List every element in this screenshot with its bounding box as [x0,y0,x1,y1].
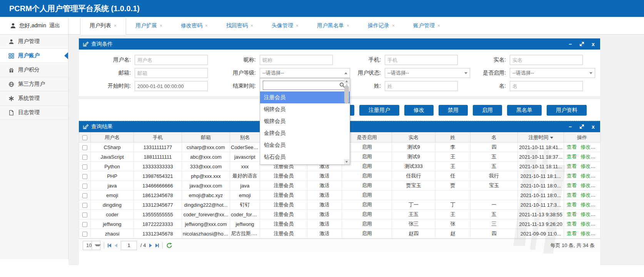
row-checkbox[interactable] [82,155,87,160]
view-link[interactable]: 查看 [567,173,577,179]
dropdown-option[interactable]: 银牌会员 [260,115,350,127]
sidebar-item-user-points[interactable]: 用户积分 [0,63,68,77]
table-row[interactable]: PHP13987654321php@xxx.xxx最好的语言注册会员激活启用任我… [79,171,601,181]
minimize-icon[interactable]: − [567,41,573,47]
tab-close-icon[interactable]: × [437,23,440,28]
prev-page-button[interactable] [115,244,117,247]
table-row[interactable]: jeffwong18722223333jeffwong@xxx.comjeffw… [79,219,601,229]
change-password-link[interactable]: 修改密码 [581,192,601,198]
dropdown-option[interactable]: 铜牌会员 [260,103,350,115]
dropdown-option[interactable]: 金牌会员 [260,127,350,139]
page-number-input[interactable] [121,241,137,250]
row-checkbox[interactable] [82,222,87,227]
column-header[interactable]: 别名 [230,133,260,143]
row-checkbox[interactable] [82,145,87,150]
view-link[interactable]: 查看 [567,221,577,227]
column-header[interactable]: 名 [470,133,518,143]
column-header[interactable]: 姓 [435,133,470,143]
table-row[interactable]: coder13555555555coder_forever@xx...coder… [79,210,601,219]
realname-input[interactable] [510,55,583,65]
tab-close-icon[interactable]: × [250,23,253,28]
dropdown-option[interactable]: 注册会员 [260,91,350,103]
tab-close-icon[interactable]: × [160,23,162,28]
scroll-down-icon[interactable] [344,159,349,164]
tab-close-icon[interactable]: × [296,23,299,28]
dropdown-search-input[interactable] [263,81,347,90]
view-link[interactable]: 查看 [567,163,577,169]
change-password-link[interactable]: 修改密码 [581,182,601,188]
row-checkbox[interactable] [82,212,87,217]
tab-close-icon[interactable]: × [205,23,208,28]
email-input[interactable] [135,68,208,78]
expand-icon[interactable] [579,124,585,130]
last-page-button[interactable] [155,244,159,247]
toolbar-button-7[interactable]: 用户资料 [547,105,587,116]
enabled-combo[interactable]: --请选择-- [510,68,595,78]
view-link[interactable]: 查看 [567,144,577,150]
toolbar-button-3[interactable]: 修改 [404,105,434,116]
tab-8[interactable]: 账户管理× [404,17,449,34]
refresh-icon[interactable] [166,242,172,249]
page-size-select[interactable]: 10 [83,241,100,250]
tab-3[interactable]: 修改密码× [172,17,217,34]
tab-close-icon[interactable]: × [392,23,395,28]
toolbar-button-2[interactable]: 注册用户 [359,105,399,116]
logout-link[interactable]: 退出 [49,22,60,29]
view-link[interactable]: 查看 [567,202,577,207]
sidebar-item-log-management[interactable]: 日志管理 [0,106,68,120]
expand-icon[interactable] [579,41,585,47]
scrollbar-thumb[interactable] [344,85,349,104]
table-row[interactable]: zhaosi13312345678nicolaszhaosi@hot...尼古拉… [79,229,601,239]
column-header[interactable]: 邮箱 [182,133,230,143]
dropdown-option[interactable]: 钻石会员 [260,151,350,163]
select-all-checkbox[interactable] [82,135,87,140]
column-header[interactable]: 操作 [564,133,601,143]
tab-2[interactable]: 用户扩展× [126,17,172,34]
row-checkbox[interactable] [82,232,87,237]
change-password-link[interactable]: 修改密码 [581,173,601,179]
tab-1[interactable]: 用户列表× [80,17,126,35]
close-icon[interactable]: x [590,41,596,47]
user-level-combo[interactable]: --请选择-- [260,68,350,78]
sidebar-item-user-management[interactable]: 用户管理 [0,35,68,49]
tab-6[interactable]: 用户黑名单× [308,17,359,34]
sidebar-item-user-account[interactable]: 用户账户 [0,49,68,63]
column-header[interactable]: 注册时间 [518,133,564,143]
tab-5[interactable]: 头像管理× [262,17,308,34]
row-checkbox[interactable] [82,203,87,208]
sidebar-item-system-management[interactable]: 系统管理 [0,91,68,106]
next-page-button[interactable] [149,244,152,247]
toolbar-button-6[interactable]: 黑名单 [507,105,542,116]
view-link[interactable]: 查看 [567,154,577,159]
tab-4[interactable]: 找回密码× [217,17,262,34]
minimize-icon[interactable]: − [567,124,573,130]
user-status-combo[interactable]: --请选择-- [385,68,470,78]
first-page-button[interactable] [108,244,111,247]
change-password-link[interactable]: 修改密码 [581,221,601,227]
change-password-link[interactable]: 修改密码 [581,202,601,207]
table-row[interactable]: emoji18612345678emoji@abc.xyzemoji注册会员激活… [79,191,601,200]
start-time-input[interactable] [135,81,208,91]
change-password-link[interactable]: 修改密码 [581,211,601,217]
column-header[interactable]: 实名 [392,133,435,143]
table-row[interactable]: java13466666666java@xxx.comjava注册会员激活启用贾… [79,181,601,191]
givenname-input[interactable] [510,81,583,91]
dropdown-option[interactable]: 铂金会员 [260,139,350,151]
change-password-link[interactable]: 修改密码 [581,154,601,159]
tab-7[interactable]: 操作记录× [359,17,404,34]
row-checkbox[interactable] [82,174,87,179]
column-header[interactable]: 手机 [134,133,182,143]
column-header[interactable]: 用户名 [91,133,134,143]
surname-input[interactable] [385,81,458,91]
tab-close-icon[interactable]: × [347,23,349,28]
table-row[interactable]: dingding13312345677dingding222@hot...钉钉注… [79,200,601,210]
change-password-link[interactable]: 修改密码 [581,163,601,169]
tab-close-icon[interactable]: × [114,23,117,28]
row-checkbox[interactable] [82,164,87,169]
view-link[interactable]: 查看 [567,192,577,198]
toolbar-button-4[interactable]: 禁用 [439,105,468,116]
close-icon[interactable]: x [590,124,596,130]
change-password-link[interactable]: 修改密码 [581,144,601,150]
username-input[interactable] [135,55,208,65]
dropdown-scrollbar[interactable] [344,78,350,164]
